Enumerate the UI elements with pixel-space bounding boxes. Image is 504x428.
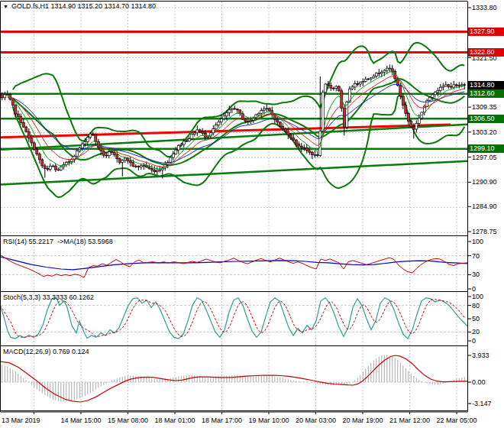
price-axis-label: 1333.80 bbox=[472, 4, 497, 11]
price-axis-label: 1309.35 bbox=[472, 103, 497, 111]
time-axis-label: 14 Mar 15:00 bbox=[54, 417, 108, 424]
price-badge-support: 1306.50 bbox=[468, 115, 504, 123]
rsi-axis-label: 70 bbox=[472, 252, 480, 260]
rsi-axis-label: 100 bbox=[472, 238, 483, 245]
time-axis-label: 15 Mar 08:00 bbox=[102, 417, 155, 424]
stoch-axis-label: 100 bbox=[472, 293, 483, 300]
time-axis-label: 13 Mar 2019 bbox=[2, 417, 55, 424]
chart-canvas bbox=[0, 0, 504, 428]
price-badge-resistance: 1322.80 bbox=[468, 48, 504, 57]
time-axis-label: 21 Mar 12:00 bbox=[383, 417, 437, 424]
price-badge-support: 1299.10 bbox=[468, 144, 504, 153]
time-axis-label: 19 Mar 10:00 bbox=[242, 417, 296, 424]
price-axis-label: 1303.20 bbox=[472, 128, 497, 136]
time-axis-label: 20 Mar 19:00 bbox=[336, 417, 389, 424]
price-axis-label: 1297.05 bbox=[472, 154, 497, 161]
time-axis-label: 18 Mar 01:00 bbox=[148, 417, 202, 424]
macd-axis-label: 3.933 bbox=[472, 352, 489, 359]
time-axis-label: 22 Mar 05:00 bbox=[430, 417, 483, 424]
macd-axis-label: -3.147 bbox=[472, 400, 492, 407]
symbol-dropdown-icon[interactable]: ▼ bbox=[3, 4, 8, 9]
chart-title-bar: ▼ GOLD.fs,H1 1314.90 1315.20 1314.70 131… bbox=[3, 2, 156, 10]
stoch-axis-label: 50 bbox=[472, 315, 480, 323]
price-badge-current: 1314.80 bbox=[468, 81, 504, 89]
time-axis-label: 18 Mar 17:00 bbox=[195, 417, 249, 424]
rsi-axis-label: 30 bbox=[472, 271, 480, 278]
stoch-indicator-label: Stoch(5,3,3) 33.3333 60.1262 bbox=[3, 293, 94, 301]
price-badge-resistance: 1327.90 bbox=[468, 28, 504, 36]
price-axis-label: 1278.75 bbox=[472, 228, 497, 235]
time-axis-label: 20 Mar 03:00 bbox=[289, 417, 343, 424]
price-axis-label: 1290.90 bbox=[472, 178, 497, 186]
macd-axis-label: 0.00 bbox=[472, 378, 486, 386]
stoch-axis-label: 80 bbox=[472, 302, 480, 310]
stoch-axis-label: 0 bbox=[472, 337, 476, 345]
price-axis-label: 1284.90 bbox=[472, 203, 497, 210]
rsi-axis-label: 0 bbox=[472, 285, 476, 293]
macd-indicator-label: MACD(12,26,9) 0.769 0.124 bbox=[3, 348, 89, 355]
chart-window: ▼ GOLD.fs,H1 1314.90 1315.20 1314.70 131… bbox=[0, 0, 504, 428]
rsi-indicator-label: RSI(14) 55.2217 ->MA(18) 53.5968 bbox=[3, 238, 113, 245]
stoch-axis-label: 20 bbox=[472, 328, 480, 336]
symbol-title: GOLD.fs,H1 1314.90 1315.20 1314.70 1314.… bbox=[11, 2, 156, 10]
price-badge-support: 1312.60 bbox=[468, 89, 504, 98]
